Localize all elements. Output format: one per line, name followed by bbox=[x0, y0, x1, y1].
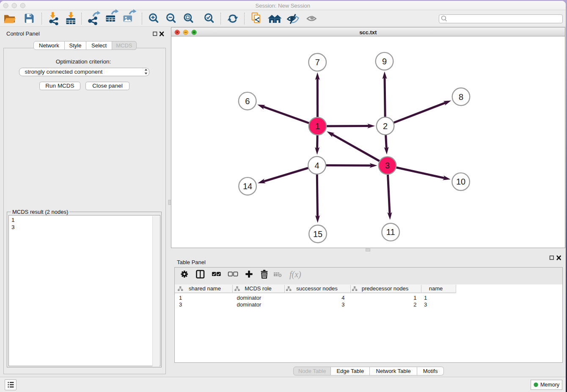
svg-text:6: 6 bbox=[245, 96, 250, 105]
svg-text:10: 10 bbox=[456, 177, 465, 186]
svg-text:1: 1 bbox=[315, 121, 320, 131]
svg-text:14: 14 bbox=[243, 181, 252, 190]
svg-text:4: 4 bbox=[314, 160, 319, 170]
svg-text:9: 9 bbox=[382, 56, 387, 66]
svg-text:3: 3 bbox=[385, 161, 390, 170]
svg-text:15: 15 bbox=[313, 229, 322, 238]
svg-text:2: 2 bbox=[383, 121, 388, 130]
svg-text:8: 8 bbox=[459, 92, 463, 101]
svg-text:7: 7 bbox=[315, 58, 320, 67]
svg-text:11: 11 bbox=[386, 227, 395, 237]
